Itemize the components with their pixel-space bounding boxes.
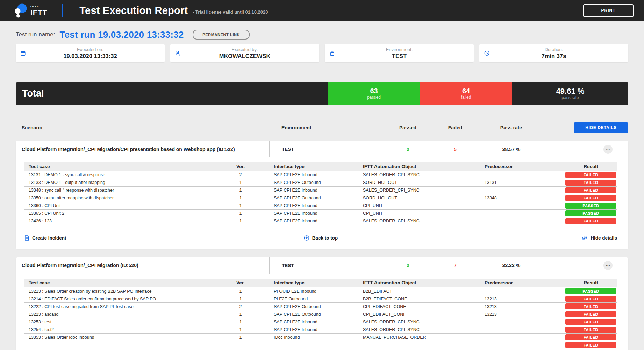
test-case-interface-type: SAP CPI E2E Inbound (257, 209, 362, 217)
test-case-name: 13222 : CPI test case migrated from SAP … (24, 303, 224, 310)
test-case-interface-type: SAP CPI E2E Outbound (257, 194, 362, 202)
scenario-columns-header: Scenario Environment Passed Failed Pass … (16, 122, 628, 133)
test-case-predecessor: 13213 (484, 310, 564, 318)
top-bar: INT4 IFTT Test Execution Report - Trial … (0, 0, 644, 21)
result-badge: FAILED (565, 311, 616, 317)
test-case-row[interactable]: 13213 : Sales Order creation by existing… (24, 287, 617, 295)
scenario-section: Cloud Platform Integration/_CPI Migratio… (16, 257, 628, 350)
test-case-row[interactable]: 13353 : Sales Order Idoc Inbound 1 IDoc … (24, 334, 617, 341)
permanent-link-button[interactable]: PERMANENT LINK (193, 30, 250, 40)
create-incident-label: Create Incident (32, 235, 66, 241)
back-to-top-link[interactable]: Back to top (304, 235, 338, 241)
test-case-automation-object: SALES_ORDER_CPI_SYNC (362, 217, 484, 225)
scenario-pass-rate: 22.22 % (479, 257, 544, 274)
test-case-automation-object: CPI_UNIT (362, 209, 484, 217)
test-case-name: 13426 : 123 (24, 217, 224, 225)
environment-column-label: Environment (269, 125, 384, 130)
scenario-more-button[interactable]: ⋯ (603, 145, 613, 154)
test-case-predecessor (484, 334, 564, 341)
test-run-name-label: Test run name: (16, 31, 55, 38)
test-case-predecessor: 13131 (484, 179, 564, 186)
hide-details-button[interactable]: HIDE DETAILS (574, 122, 628, 133)
scenario-more-button[interactable]: ⋯ (603, 261, 613, 270)
test-case-column-label: Test case (24, 162, 224, 171)
result-column-label: Result (564, 162, 617, 171)
test-case-row[interactable]: 13214 : EDIFACT Sales order confirmation… (24, 295, 617, 303)
test-case-predecessor: 13213 (484, 295, 564, 303)
test-case-row[interactable]: 13131 : DEMO 1 - sync call & response 2 … (24, 171, 617, 179)
environment-label: Environment: (386, 47, 413, 52)
result-badge: FAILED (565, 327, 616, 333)
total-pass-rate-value: 49.61 % (556, 87, 585, 95)
test-case-row[interactable]: 13222 : CPI test case migrated from SAP … (24, 303, 617, 310)
clock-icon (484, 51, 489, 56)
test-case-interface-type: SAP CPI E2E Inbound (257, 326, 362, 334)
test-case-automation-object: SALES_ORDER_CPI_SYNC (362, 186, 484, 194)
back-to-top-icon (304, 235, 309, 241)
test-case-predecessor (484, 287, 564, 295)
scenario-environment: TEST (269, 257, 384, 274)
info-cards-row: Executed on: 19.03.2020 13:33:32 Execute… (16, 44, 628, 62)
test-case-row[interactable]: FAILED (24, 341, 617, 349)
scenario-passed-count: 2 (384, 257, 432, 274)
test-case-interface-type: SAP CPI E2E Inbound (257, 318, 362, 326)
test-case-row[interactable]: 13360 : CPI Unit 1 SAP CPI E2E Inbound C… (24, 202, 617, 209)
test-case-table: Test case Ver. Interface type IFTT Autom… (24, 162, 617, 225)
failed-column-label: Failed (432, 125, 479, 130)
user-icon (175, 51, 180, 56)
test-case-automation-object: CPI_EDIFACT_CONF (362, 303, 484, 310)
test-case-table: Test case Ver. Interface type IFTT Autom… (24, 279, 617, 349)
test-case-version: 1 (224, 334, 257, 341)
int4-iftt-logo: INT4 IFTT (14, 3, 47, 18)
result-badge: FAILED (565, 180, 616, 186)
test-case-predecessor (484, 186, 564, 194)
executed-by-value: MKOWALCZEWSK (219, 53, 271, 59)
test-case-automation-object: SALES_ORDER_CPI_SYNC (362, 318, 484, 326)
result-badge: FAILED (565, 334, 616, 340)
test-case-row[interactable]: 13365 : CPI Unit 2 1 SAP CPI E2E Inbound… (24, 209, 617, 217)
test-case-automation-object: SALES_ORDER_CPI_SYNC (362, 326, 484, 334)
test-case-automation-object: SORD_HCI_OUT (362, 179, 484, 186)
test-case-version: 1 (224, 209, 257, 217)
scenario-failed-count: 7 (432, 257, 479, 274)
create-incident-link[interactable]: Create Incident (24, 235, 66, 241)
result-badge: FAILED (565, 187, 616, 193)
test-case-interface-type: SAP CPI E2E Inbound (257, 171, 362, 179)
test-run-row: Test run name: Test run 19.03.2020 13:33… (16, 27, 628, 42)
total-passed-label: passed (367, 95, 381, 100)
section-footer: Create Incident Back to top (24, 234, 617, 243)
scenario-section: Cloud Platform Integration/_CPI Migratio… (16, 141, 628, 249)
test-case-row[interactable]: 13348 : sync call ^ response with dispat… (24, 186, 617, 194)
test-case-interface-type: SAP CPI E2E Inbound (257, 202, 362, 209)
test-case-automation-object: SALES_ORDER_CPI_SYNC (362, 171, 484, 179)
test-case-predecessor (484, 341, 564, 349)
test-case-row[interactable]: 13253 : test 1 SAP CPI E2E Inbound SALES… (24, 318, 617, 326)
print-button[interactable]: PRINT (583, 4, 634, 17)
automation-object-column-label: IFTT Automation Object (362, 162, 484, 171)
scenario-pass-rate: 28.57 % (479, 141, 544, 157)
test-case-row[interactable]: 13254 : test2 1 SAP CPI E2E Inbound SALE… (24, 326, 617, 334)
test-case-predecessor (484, 326, 564, 334)
test-case-name: 13353 : Sales Order Idoc Inbound (24, 334, 224, 341)
test-case-row[interactable]: 13426 : 123 1 SAP CPI E2E Inbound SALES_… (24, 217, 617, 225)
executed-on-label: Executed on: (77, 47, 103, 52)
test-case-predecessor (484, 171, 564, 179)
hide-details-link[interactable]: Hide details (582, 235, 617, 241)
scenario-name: Cloud Platform Integration/_CPI Migratio… (16, 257, 269, 274)
result-badge: FAILED (565, 303, 616, 309)
test-case-version: 1 (224, 186, 257, 194)
total-pass-rate-label: pass rate (561, 95, 579, 100)
test-case-version: 1 (224, 287, 257, 295)
test-run-name-value: Test run 19.03.2020 13:33:32 (59, 29, 184, 40)
test-case-row[interactable]: 13133 : DEMO 1 - output after mapping 1 … (24, 179, 617, 186)
test-case-automation-object: CPI_UNIT (362, 202, 484, 209)
test-case-version: 1 (224, 217, 257, 225)
scenario-passed-count: 2 (384, 141, 432, 157)
test-case-predecessor: 13348 (484, 194, 564, 202)
scenario-environment: TEST (269, 141, 384, 157)
test-case-name (24, 341, 224, 349)
test-case-version: 2 (224, 171, 257, 179)
test-case-row[interactable]: 13350 : outpu after mapping with dispatc… (24, 194, 617, 202)
test-case-version: 1 (224, 295, 257, 303)
test-case-row[interactable]: 13223 : asdasd 1 SAP CPI E2E Outbound CP… (24, 310, 617, 318)
